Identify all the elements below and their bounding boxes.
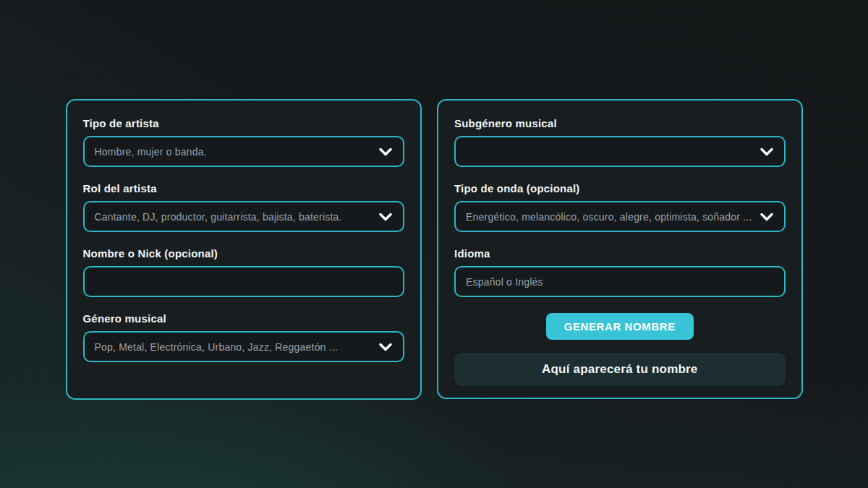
genre-placeholder: Pop, Metal, Electrónica, Urbano, Jazz, R… (95, 341, 372, 353)
generation-panel: Subgénero musical Tipo de onda (opcional… (437, 99, 802, 399)
artist-type-label: Tipo de artista (83, 117, 405, 129)
artist-role-select[interactable]: Cantante, DJ, productor, guitarrista, ba… (83, 201, 405, 232)
chevron-down-icon (379, 213, 392, 221)
nickname-input[interactable] (83, 266, 405, 297)
genre-select[interactable]: Pop, Metal, Electrónica, Urbano, Jazz, R… (83, 331, 405, 362)
artist-role-placeholder: Cantante, DJ, productor, guitarrista, ba… (95, 211, 372, 223)
chevron-down-icon (760, 213, 773, 221)
field-artist-type: Tipo de artista Hombre, mujer o banda. (83, 117, 405, 167)
nickname-label: Nombre o Nick (opcional) (83, 247, 405, 260)
vibe-label: Tipo de onda (opcional) (454, 182, 785, 194)
chevron-down-icon (760, 147, 773, 156)
chevron-down-icon (379, 147, 392, 156)
language-label: Idioma (454, 247, 785, 260)
field-nickname: Nombre o Nick (opcional) (83, 247, 405, 297)
field-genre: Género musical Pop, Metal, Electrónica, … (83, 312, 405, 362)
generate-name-button[interactable]: GENERAR NOMBRE (546, 313, 694, 340)
vibe-select[interactable]: Energético, melancólico, oscuro, alegre,… (454, 201, 785, 232)
chevron-down-icon (379, 343, 392, 351)
subgenre-select[interactable] (454, 136, 785, 167)
field-subgenre: Subgénero musical (454, 117, 785, 167)
genre-label: Género musical (83, 312, 405, 325)
field-language: Idioma (454, 247, 785, 297)
field-vibe: Tipo de onda (opcional) Energético, mela… (454, 182, 785, 232)
artist-type-placeholder: Hombre, mujer o banda. (95, 146, 372, 158)
field-artist-role: Rol del artista Cantante, DJ, productor,… (83, 182, 405, 232)
vibe-placeholder: Energético, melancólico, oscuro, alegre,… (466, 211, 752, 223)
result-box: Aquí aparecerá tu nombre (454, 353, 785, 386)
generate-button-row: GENERAR NOMBRE (454, 313, 785, 340)
language-input[interactable] (454, 266, 785, 297)
subgenre-label: Subgénero musical (454, 117, 785, 129)
artist-info-panel: Tipo de artista Hombre, mujer o banda. R… (66, 99, 422, 400)
artist-type-select[interactable]: Hombre, mujer o banda. (83, 136, 405, 167)
form-panels: Tipo de artista Hombre, mujer o banda. R… (66, 99, 803, 400)
artist-role-label: Rol del artista (83, 182, 405, 194)
